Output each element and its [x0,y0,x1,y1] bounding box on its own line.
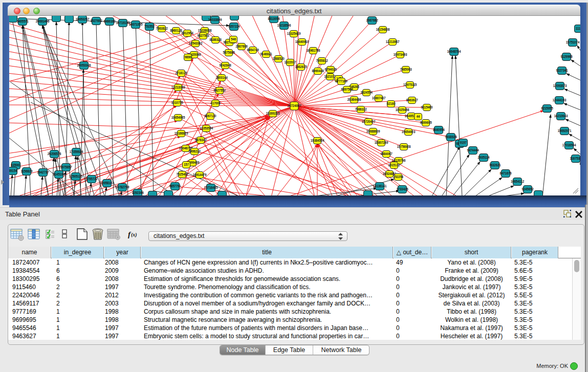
svg-text:20364436: 20364436 [347,98,361,101]
svg-text:8471676: 8471676 [499,171,512,175]
svg-text:5878342: 5878342 [194,138,207,142]
svg-text:252254: 252254 [393,175,404,179]
svg-text:10973493: 10973493 [394,53,407,56]
svg-text:2718176: 2718176 [175,71,187,75]
svg-text:9884067: 9884067 [380,152,393,156]
svg-text:19756928: 19756928 [397,145,411,148]
svg-text:(x): (x) [131,232,137,238]
svg-text:18640910: 18640910 [295,40,309,43]
svg-text:10958107: 10958107 [100,181,114,185]
svg-text:9146821: 9146821 [260,52,272,56]
svg-text:12213389: 12213389 [171,85,185,89]
svg-text:9463627: 9463627 [406,98,418,102]
svg-text:7485063: 7485063 [400,68,412,71]
svg-text:1362615: 1362615 [295,65,307,69]
svg-text:10807487: 10807487 [372,96,386,100]
svg-text:10654112: 10654112 [511,180,525,183]
svg-text:15692971: 15692971 [558,129,572,133]
svg-text:9245652: 9245652 [521,187,534,191]
svg-text:2942737: 2942737 [37,170,49,174]
svg-text:16154808: 16154808 [376,28,390,31]
svg-text:417006: 417006 [210,101,221,105]
svg-text:19218506: 19218506 [277,24,291,27]
svg-text:1615132: 1615132 [388,163,400,167]
svg-text:16543382: 16543382 [189,41,203,45]
svg-text:7625402: 7625402 [176,172,188,176]
svg-text:15226058: 15226058 [198,29,212,32]
svg-text:9896: 9896 [184,55,191,59]
svg-text:1795722: 1795722 [85,177,98,181]
svg-text:20206576: 20206576 [48,152,61,156]
svg-text:6897568: 6897568 [341,87,353,91]
svg-text:16210643: 16210643 [554,114,568,118]
svg-text:9227341: 9227341 [556,69,568,72]
svg-text:14136141: 14136141 [373,184,387,188]
svg-text:13325419: 13325419 [287,32,301,35]
svg-text:7955812: 7955812 [316,59,328,62]
svg-text:44: 44 [417,115,420,118]
svg-text:16671355: 16671355 [129,23,143,26]
svg-text:15751074: 15751074 [566,40,580,44]
svg-text:835061: 835061 [11,163,21,167]
svg-text:1527602: 1527602 [90,19,102,23]
svg-text:7986322: 7986322 [355,107,367,111]
svg-text:8267110: 8267110 [205,114,216,118]
svg-text:5498222: 5498222 [188,149,201,153]
svg-text:10688609: 10688609 [366,129,380,133]
svg-text:7357224: 7357224 [228,25,240,28]
svg-text:12093873: 12093873 [553,84,567,87]
svg-text:9242848: 9242848 [219,63,231,67]
svg-text:11353594: 11353594 [200,126,213,130]
svg-text:10719155: 10719155 [116,21,130,25]
svg-text:9129966: 9129966 [560,55,573,58]
svg-text:16648784: 16648784 [447,50,461,53]
svg-text:8454749: 8454749 [247,48,259,52]
svg-text:8960128: 8960128 [170,29,182,32]
svg-text:8186328: 8186328 [209,38,222,41]
svg-text:9975857: 9975857 [60,165,72,169]
svg-text:9474444: 9474444 [467,148,479,152]
svg-text:1156829: 1156829 [21,169,33,173]
svg-text:2867608: 2867608 [235,45,248,48]
svg-text:1167533: 1167533 [570,157,580,160]
svg-text:39154: 39154 [9,169,17,172]
svg-text:1322037: 1322037 [284,60,296,64]
svg-text:157: 157 [184,163,189,166]
svg-text:12444193: 12444193 [553,98,567,102]
svg-text:62160: 62160 [387,102,396,105]
svg-text:16914479: 16914479 [193,173,207,177]
svg-text:20691406: 20691406 [36,19,50,23]
svg-text:2087682: 2087682 [366,18,378,22]
svg-text:7632621: 7632621 [489,163,501,167]
svg-text:9857791: 9857791 [169,184,181,188]
svg-text:1621072: 1621072 [324,75,336,78]
svg-text:16782759: 16782759 [116,185,129,189]
svg-text:8215955: 8215955 [541,106,553,110]
svg-text:7663822: 7663822 [156,27,168,30]
svg-text:1292344: 1292344 [132,191,144,194]
svg-text:6794028: 6794028 [324,68,337,71]
svg-text:1112: 1112 [576,27,580,30]
svg-text:1640954: 1640954 [432,128,445,132]
svg-text:546: 546 [231,37,236,41]
svg-text:9327503: 9327503 [197,34,209,37]
svg-text:9197: 9197 [460,141,467,144]
svg-text:751552: 751552 [144,25,155,28]
svg-text:19166825: 19166825 [175,132,188,135]
svg-text:6466160: 6466160 [103,19,116,23]
svg-text:1733426: 1733426 [396,187,408,191]
svg-text:8912954: 8912954 [181,31,193,35]
svg-text:12213987: 12213987 [386,40,400,43]
svg-text:17016504: 17016504 [562,143,576,147]
svg-text:5875685: 5875685 [223,51,235,54]
svg-text:9777169: 9777169 [335,79,347,83]
svg-text:8813054: 8813054 [268,17,280,20]
svg-text:18807249: 18807249 [375,141,388,144]
svg-text:19384554: 19384554 [311,139,324,142]
svg-text:10025458: 10025458 [396,108,409,112]
svg-text:19654923: 19654923 [402,130,416,134]
svg-text:9115460: 9115460 [421,105,433,109]
svg-text:1588520: 1588520 [272,57,285,60]
svg-text:2803144: 2803144 [215,76,228,79]
svg-text:9899695: 9899695 [420,121,432,124]
